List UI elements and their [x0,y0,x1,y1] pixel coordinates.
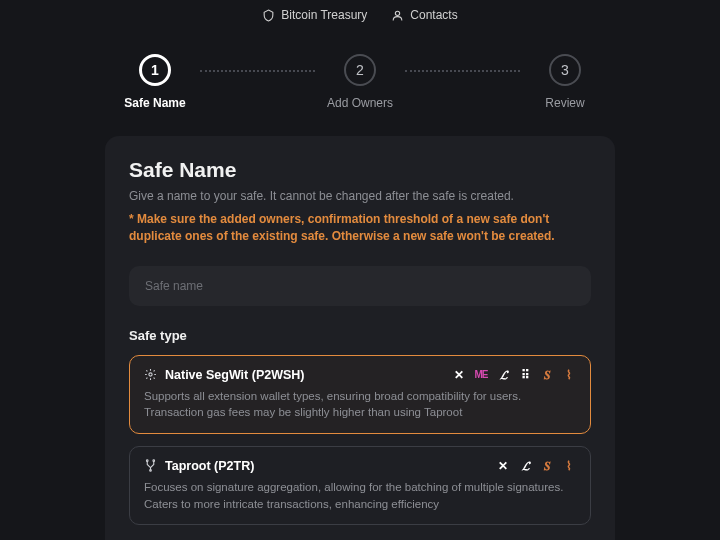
merge-icon [144,459,157,472]
step-3-circle: 3 [549,54,581,86]
card-title: Safe Name [129,158,591,182]
gear-icon [144,368,157,381]
shield-icon [262,9,275,22]
wallet-magic-eden-icon: ME [474,368,488,382]
safe-type-taproot[interactable]: Taproot (P2TR) ✕ 𝓛 𝑺 ⌇ Focuses on signat… [129,446,591,525]
step-1-circle: 1 [139,54,171,86]
step-3-label: Review [545,96,584,110]
card-subtitle: Give a name to your safe. It cannot be c… [129,188,591,205]
step-2[interactable]: 2 Add Owners [315,54,405,110]
wallet-s-icon: 𝑺 [540,368,554,382]
segwit-desc: Supports all extension wallet types, ens… [144,388,576,421]
svg-point-0 [396,11,400,15]
taproot-title: Taproot (P2TR) [165,459,254,473]
taproot-wallet-icons: ✕ 𝓛 𝑺 ⌇ [496,459,576,473]
step-2-number: 2 [356,62,364,78]
wallet-xverse-icon: ✕ [452,368,466,382]
step-dots-1 [200,70,315,72]
safe-name-input[interactable] [129,266,591,306]
step-1[interactable]: 1 Safe Name [110,54,200,110]
step-dots-2 [405,70,520,72]
svg-point-1 [149,373,152,376]
wallet-hook-icon: ⌇ [562,368,576,382]
step-1-label: Safe Name [124,96,185,110]
nav-treasury-label: Bitcoin Treasury [281,8,367,22]
user-icon [391,9,404,22]
wallet-leather-icon: 𝓛 [518,459,532,473]
segwit-title: Native SegWit (P2WSH) [165,368,305,382]
wallet-unisat-icon: ⠿ [518,368,532,382]
step-3[interactable]: 3 Review [520,54,610,110]
nav-bitcoin-treasury[interactable]: Bitcoin Treasury [262,8,367,22]
step-2-circle: 2 [344,54,376,86]
wallet-hook-icon: ⌇ [562,459,576,473]
safe-type-label: Safe type [129,328,591,343]
safe-type-segwit[interactable]: Native SegWit (P2WSH) ✕ ME 𝓛 ⠿ 𝑺 ⌇ Suppo… [129,355,591,434]
safe-name-card: Safe Name Give a name to your safe. It c… [105,136,615,540]
wallet-xverse-icon: ✕ [496,459,510,473]
segwit-wallet-icons: ✕ ME 𝓛 ⠿ 𝑺 ⌇ [452,368,576,382]
nav-contacts[interactable]: Contacts [391,8,457,22]
stepper: 1 Safe Name 2 Add Owners 3 Review [110,54,610,110]
taproot-desc: Focuses on signature aggregation, allowi… [144,479,576,512]
wallet-leather-icon: 𝓛 [496,368,510,382]
step-2-label: Add Owners [327,96,393,110]
step-1-number: 1 [151,62,159,78]
nav-contacts-label: Contacts [410,8,457,22]
step-3-number: 3 [561,62,569,78]
wallet-s-icon: 𝑺 [540,459,554,473]
card-warning: * Make sure the added owners, confirmati… [129,211,591,246]
